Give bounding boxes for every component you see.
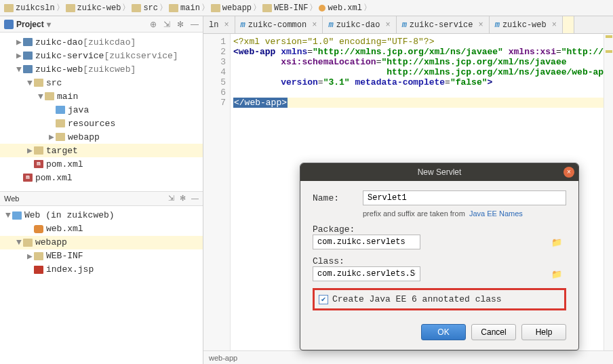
tree-item[interactable]: ▶zuikc-service [zuikcservice] xyxy=(0,49,203,62)
status-bar: web-app xyxy=(203,350,613,364)
twisty-icon[interactable]: ▶ xyxy=(26,251,34,262)
tree-item[interactable]: ▼main xyxy=(0,89,203,103)
bc-root[interactable]: zuikcsln xyxy=(4,3,55,13)
tree-item[interactable]: web.xml xyxy=(0,222,203,236)
gear-icon[interactable]: ✻ xyxy=(177,20,184,29)
project-icon xyxy=(4,20,14,29)
bc-item[interactable]: src xyxy=(132,3,158,13)
dialog-title-bar[interactable]: New Servlet × xyxy=(300,163,578,181)
web-title: Web xyxy=(4,195,19,203)
collapse-icon[interactable]: ⇲ xyxy=(168,194,174,203)
help-button[interactable]: Help xyxy=(521,324,566,340)
folder-icon xyxy=(23,65,33,73)
annotated-class-option[interactable]: ✔ Create Java EE 6 annotated class xyxy=(313,288,566,310)
hide-icon[interactable]: — xyxy=(191,194,199,203)
maven-icon: m xyxy=(34,160,43,168)
marker-bar[interactable] xyxy=(604,34,613,350)
tree-item[interactable]: index.jsp xyxy=(0,263,203,277)
maven-icon: m xyxy=(495,20,500,30)
checkbox-icon[interactable]: ✔ xyxy=(319,295,328,304)
package-input[interactable] xyxy=(313,235,420,249)
close-icon[interactable]: × xyxy=(312,20,317,30)
project-panel-header: Project ▾ ⊕ ⇲ ✻ — xyxy=(0,16,203,33)
name-input[interactable] xyxy=(363,190,566,205)
tree-item[interactable]: mpom.xml xyxy=(0,171,203,184)
twisty-icon[interactable]: ▶ xyxy=(15,50,23,61)
folder-icon xyxy=(34,225,43,233)
javaee-names-link[interactable]: Java EE Names xyxy=(469,209,523,218)
twisty-icon[interactable]: ▶ xyxy=(26,145,34,156)
twisty-icon[interactable]: ▶ xyxy=(15,37,23,47)
collapse-icon[interactable]: ⇲ xyxy=(163,20,170,29)
tree-item[interactable]: ▼zuikc-web [zuikcweb] xyxy=(0,62,203,76)
editor-tabs: ln× mzuikc-common× mzuikc-dao× mzuikc-se… xyxy=(203,16,613,34)
twisty-icon[interactable]: ▶ xyxy=(47,132,56,142)
folder-icon xyxy=(23,239,33,247)
folder-icon xyxy=(23,52,33,60)
tree-item[interactable]: ▶webapp xyxy=(0,130,203,144)
close-icon[interactable]: × xyxy=(478,20,483,30)
bc-item[interactable]: WEB-INF xyxy=(262,3,308,13)
checkbox-label: Create Java EE 6 annotated class xyxy=(332,294,502,304)
maven-icon: m xyxy=(23,174,33,182)
bc-item[interactable]: main xyxy=(169,3,200,13)
tab[interactable]: ln× xyxy=(203,16,235,33)
gutter: 1234567 xyxy=(203,34,231,350)
maven-icon: m xyxy=(402,20,407,30)
close-icon[interactable]: × xyxy=(552,20,557,30)
tree-item[interactable]: ▶target xyxy=(0,144,203,157)
folder-icon xyxy=(34,146,43,155)
gear-icon[interactable]: ✻ xyxy=(180,194,186,203)
package-label: Package: xyxy=(313,224,355,235)
ok-button[interactable]: OK xyxy=(421,324,466,340)
twisty-icon[interactable]: ▼ xyxy=(26,78,34,88)
hint-text: prefix and suffix are taken from Java EE… xyxy=(363,209,566,218)
tree-item[interactable]: java xyxy=(0,103,203,117)
twisty-icon[interactable]: ▼ xyxy=(15,237,23,247)
class-input[interactable] xyxy=(313,266,420,281)
hide-icon[interactable]: — xyxy=(191,20,199,29)
close-icon[interactable]: × xyxy=(385,20,390,30)
web-panel-header: Web ⇲ ✻ — xyxy=(0,191,203,206)
locate-icon[interactable]: ⊕ xyxy=(150,20,157,29)
tab[interactable]: mzuikc-dao× xyxy=(323,16,396,33)
project-title: Project xyxy=(16,20,44,29)
web-tree[interactable]: ▼Web (in zuikcweb) web.xml▼webapp▶WEB-IN… xyxy=(0,206,203,365)
project-tree[interactable]: ▶zuikc-dao [zuikcdao]▶zuikc-service [zui… xyxy=(0,33,203,191)
folder-icon xyxy=(56,106,65,114)
folder-icon xyxy=(34,252,43,260)
twisty-icon[interactable]: ▼ xyxy=(15,64,23,75)
tree-item[interactable]: ▼src xyxy=(0,76,203,89)
tree-item[interactable]: ▶WEB-INF xyxy=(0,249,203,263)
folder-icon xyxy=(34,79,43,87)
folder-icon xyxy=(23,38,33,46)
tab[interactable]: mzuikc-common× xyxy=(235,16,323,33)
browse-icon[interactable]: 📁 xyxy=(551,237,562,248)
tree-item[interactable]: resources xyxy=(0,117,203,130)
dialog-title: New Servlet xyxy=(418,167,462,177)
tab[interactable]: mzuikc-web× xyxy=(490,16,563,33)
twisty-icon[interactable]: ▼ xyxy=(37,92,45,102)
folder-icon xyxy=(56,133,65,141)
folder-icon xyxy=(56,119,65,127)
browse-icon[interactable]: 📁 xyxy=(551,269,562,280)
breadcrumb: zuikcsln〉 zuikc-web〉 src〉 main〉 webapp〉 … xyxy=(0,0,613,16)
tree-item[interactable]: ▼webapp xyxy=(0,236,203,249)
tab[interactable]: mzuikc-service× xyxy=(397,16,490,33)
tree-item[interactable]: ▶zuikc-dao [zuikcdao] xyxy=(0,35,203,49)
folder-icon xyxy=(45,92,54,100)
name-label: Name: xyxy=(313,193,356,203)
close-icon[interactable]: × xyxy=(224,20,229,30)
close-icon[interactable]: × xyxy=(563,167,574,178)
sidebar: Project ▾ ⊕ ⇲ ✻ — ▶zuikc-dao [zuikcdao]▶… xyxy=(0,16,203,364)
tree-item[interactable]: mpom.xml xyxy=(0,157,203,171)
bc-file[interactable]: web.xml xyxy=(319,3,361,13)
tab-overflow[interactable] xyxy=(563,16,574,33)
maven-icon: m xyxy=(241,20,245,30)
folder-icon xyxy=(34,266,43,274)
web-icon xyxy=(12,211,22,220)
bc-item[interactable]: zuikc-web xyxy=(66,3,121,13)
new-servlet-dialog: New Servlet × Name: prefix and suffix ar… xyxy=(300,163,579,350)
cancel-button[interactable]: Cancel xyxy=(471,324,516,340)
bc-item[interactable]: webapp xyxy=(211,3,252,13)
